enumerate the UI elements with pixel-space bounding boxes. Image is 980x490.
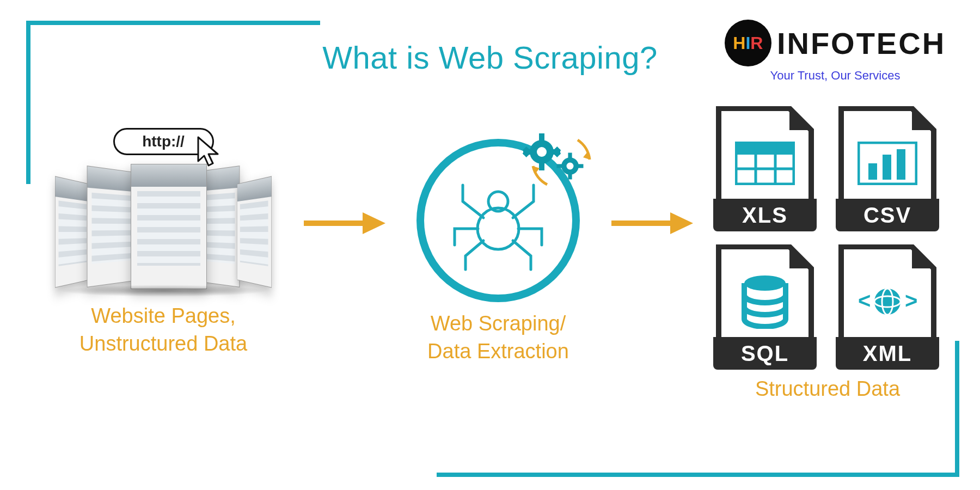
stage-input-caption-l1: Website Pages, <box>91 304 235 327</box>
svg-rect-16 <box>568 174 572 179</box>
svg-marker-23 <box>670 212 693 234</box>
brand-mark-r: R <box>750 33 763 53</box>
svg-rect-31 <box>883 155 891 180</box>
stage-input: http:// Website Pages, Unstructured Data <box>38 128 289 358</box>
stage-input-caption: Website Pages, Unstructured Data <box>38 302 289 358</box>
flow-row: http:// Website Pages, Unstructured Data <box>38 106 947 403</box>
brand-wordmark: INFOTECH <box>777 26 946 61</box>
brand-tagline: Your Trust, Our Services <box>721 69 950 83</box>
webpages-fan-icon <box>44 158 283 295</box>
gears-icon <box>518 128 594 193</box>
file-sql-label: SQL <box>713 337 817 370</box>
svg-rect-30 <box>868 163 877 180</box>
svg-rect-6 <box>539 163 544 170</box>
svg-rect-5 <box>539 133 544 141</box>
svg-point-33 <box>744 275 786 291</box>
file-csv-label: CSV <box>836 199 939 231</box>
svg-point-35 <box>874 289 901 315</box>
brand-mark-h: H <box>733 33 745 53</box>
file-xls-label: XLS <box>713 199 817 231</box>
url-pill-text: http:// <box>142 133 185 150</box>
arrow-right-icon <box>304 210 385 239</box>
svg-rect-18 <box>557 164 562 168</box>
brand-logo: H I R INFOTECH Your Trust, Our Services <box>721 20 950 83</box>
svg-rect-32 <box>897 149 905 180</box>
svg-text:<: < <box>858 289 871 313</box>
svg-rect-25 <box>736 143 794 155</box>
stage-process: Web Scraping/ Data Extraction <box>400 122 596 366</box>
stage-process-caption: Web Scraping/ Data Extraction <box>400 310 596 366</box>
file-sql-icon: SQL <box>713 244 817 370</box>
svg-point-19 <box>567 163 574 170</box>
database-icon <box>740 274 789 329</box>
svg-rect-15 <box>568 153 572 158</box>
stage-output: XLS CSV <box>708 106 947 403</box>
file-xml-label: XML <box>836 337 939 370</box>
svg-marker-1 <box>363 212 385 234</box>
svg-point-13 <box>537 147 547 157</box>
svg-text:>: > <box>905 289 917 313</box>
brand-mark-i: I <box>745 33 750 53</box>
file-xls-icon: XLS <box>713 106 817 231</box>
crawler-circle-icon <box>416 139 580 302</box>
barchart-icon <box>857 142 917 185</box>
arrow-right-icon <box>611 210 693 239</box>
file-xml-icon: < > XML <box>836 244 939 370</box>
url-pill: http:// <box>113 128 214 155</box>
file-csv-icon: CSV <box>836 106 939 231</box>
spreadsheet-icon <box>735 142 795 185</box>
xml-globe-icon: < > <box>855 280 920 323</box>
stage-input-caption-l2: Unstructured Data <box>79 332 247 355</box>
svg-point-2 <box>477 208 519 249</box>
brand-logo-mark: H I R <box>725 20 771 66</box>
stage-process-caption-l1: Web Scraping/ <box>431 312 566 335</box>
stage-output-caption: Structured Data <box>708 375 947 403</box>
svg-rect-17 <box>578 164 583 168</box>
stage-process-caption-l2: Data Extraction <box>427 340 569 363</box>
